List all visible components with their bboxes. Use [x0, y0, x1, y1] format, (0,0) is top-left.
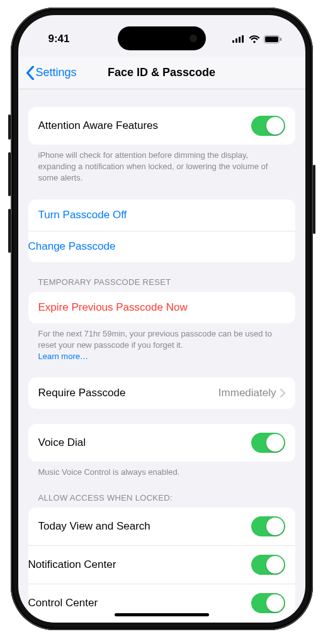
screen: 9:41 Settings Face ID & Passcode Attenti — [18, 15, 305, 623]
svg-rect-0 — [232, 40, 234, 43]
today-view-toggle[interactable] — [251, 516, 285, 536]
cellular-icon — [232, 35, 245, 43]
today-view-row[interactable]: Today View and Search — [28, 508, 295, 545]
chevron-left-icon — [26, 66, 35, 80]
learn-more-link[interactable]: Learn more… — [38, 352, 88, 361]
nav-bar: Settings Face ID & Passcode — [18, 57, 305, 89]
voice-dial-footer: Music Voice Control is always enabled. — [28, 462, 295, 478]
change-passcode-button[interactable]: Change Passcode — [28, 231, 295, 262]
status-icons — [232, 35, 281, 43]
svg-rect-3 — [242, 35, 244, 43]
back-button[interactable]: Settings — [18, 66, 77, 80]
attention-footer: iPhone will check for attention before d… — [28, 145, 295, 184]
svg-rect-2 — [239, 37, 241, 43]
status-time: 9:41 — [48, 33, 70, 45]
require-passcode-value: Immediately — [218, 387, 276, 399]
voice-dial-label: Voice Dial — [38, 436, 86, 449]
iphone-frame: 9:41 Settings Face ID & Passcode Attenti — [11, 8, 313, 630]
temp-reset-footer: For the next 71hr 59min, your previous p… — [28, 323, 295, 363]
notification-center-toggle[interactable] — [251, 555, 285, 575]
attention-aware-toggle[interactable] — [251, 116, 285, 136]
svg-rect-5 — [265, 36, 278, 42]
wifi-icon — [249, 35, 260, 43]
notification-center-row[interactable]: Notification Center — [28, 545, 295, 584]
voice-dial-row[interactable]: Voice Dial — [28, 424, 295, 462]
expire-previous-passcode-button[interactable]: Expire Previous Passcode Now — [28, 292, 295, 323]
control-center-toggle[interactable] — [251, 593, 285, 613]
svg-rect-1 — [235, 38, 237, 43]
battery-icon — [264, 35, 281, 43]
svg-rect-6 — [280, 38, 281, 41]
dynamic-island — [118, 26, 206, 50]
require-passcode-label: Require Passcode — [38, 387, 126, 399]
control-center-row[interactable]: Control Center — [28, 584, 295, 622]
turn-passcode-off-button[interactable]: Turn Passcode Off — [28, 199, 295, 231]
temp-reset-header: TEMPORARY PASSCODE RESET — [28, 277, 295, 292]
attention-aware-row[interactable]: Attention Aware Features — [28, 107, 295, 145]
chevron-right-icon — [280, 389, 285, 397]
require-passcode-row[interactable]: Require Passcode Immediately — [28, 377, 295, 409]
home-indicator[interactable] — [115, 613, 209, 616]
voice-dial-toggle[interactable] — [251, 433, 285, 453]
attention-aware-label: Attention Aware Features — [38, 119, 159, 132]
allow-access-header: ALLOW ACCESS WHEN LOCKED: — [28, 493, 295, 508]
back-label: Settings — [36, 66, 77, 79]
